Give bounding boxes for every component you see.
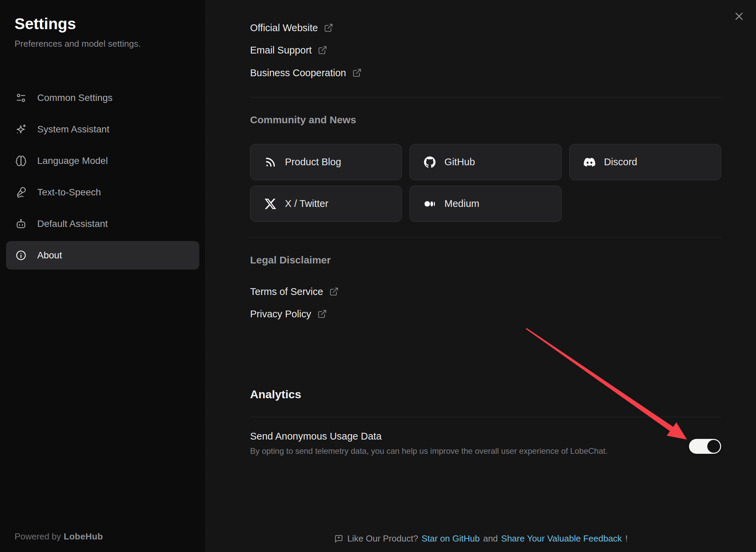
sidebar-item-label: Language Model [37, 155, 108, 166]
discord-icon [584, 156, 595, 168]
send-usage-data-toggle[interactable] [689, 439, 721, 454]
footer-text: and [483, 533, 498, 544]
button-label: Product Blog [285, 156, 341, 168]
external-link-icon [318, 45, 327, 55]
button-label: GitHub [444, 156, 475, 168]
terms-of-service-link[interactable]: Terms of Service [250, 284, 721, 299]
toggle-knob [707, 440, 720, 453]
official-website-link[interactable]: Official Website [250, 20, 721, 35]
footer-text: Like Our Product? [347, 533, 418, 544]
community-buttons: Product Blog GitHub Discord X / Twitter … [250, 144, 721, 222]
star-on-github-link[interactable]: Star on GitHub [422, 533, 480, 544]
message-square-icon [334, 534, 343, 543]
sidebar-item-label: About [37, 250, 62, 261]
sliders-icon [15, 92, 27, 104]
send-usage-data-setting: Send Anonymous Usage Data By opting to s… [250, 429, 721, 457]
discord-button[interactable]: Discord [569, 144, 721, 180]
analytics-heading: Analytics [250, 386, 721, 402]
sidebar-item-about[interactable]: About [6, 241, 199, 270]
setting-description: By opting to send telemetry data, you ca… [250, 446, 721, 457]
contact-us-heading: Contact Us [250, 0, 721, 3]
github-icon [424, 156, 436, 168]
sidebar-item-text-to-speech[interactable]: Text-to-Speech [6, 178, 199, 207]
external-link-icon [329, 287, 339, 296]
page-subtitle: Preferences and model settings. [15, 38, 199, 50]
button-label: X / Twitter [285, 198, 328, 209]
share-feedback-link[interactable]: Share Your Valuable Feedback [501, 533, 622, 544]
privacy-policy-link[interactable]: Privacy Policy [250, 306, 721, 321]
button-label: Medium [444, 198, 479, 209]
medium-icon [424, 198, 436, 210]
brain-icon [15, 155, 27, 167]
settings-sidebar: Settings Preferences and model settings.… [0, 0, 206, 552]
sparkles-icon [15, 124, 27, 135]
product-footer: Like Our Product? Star on GitHub and Sha… [206, 533, 756, 544]
rss-icon [265, 156, 276, 168]
lobehub-brand: LobeHub [64, 531, 103, 542]
divider [250, 237, 721, 237]
button-label: Discord [604, 156, 637, 168]
sidebar-item-label: Default Assistant [37, 218, 108, 229]
page-title: Settings [15, 15, 199, 33]
sidebar-item-default-assistant[interactable]: Default Assistant [6, 210, 199, 238]
community-heading: Community and News [250, 113, 721, 127]
link-label: Official Website [250, 22, 318, 34]
product-blog-button[interactable]: Product Blog [250, 144, 402, 180]
email-support-link[interactable]: Email Support [250, 43, 721, 58]
sidebar-item-language-model[interactable]: Language Model [6, 147, 199, 175]
x-logo-icon [265, 198, 276, 210]
github-button[interactable]: GitHub [409, 144, 561, 180]
divider [250, 97, 721, 98]
sidebar-menu: Common Settings System Assistant Languag… [6, 84, 199, 270]
business-cooperation-link[interactable]: Business Cooperation [250, 65, 721, 80]
sidebar-item-system-assistant[interactable]: System Assistant [6, 115, 199, 144]
divider [250, 417, 721, 417]
sidebar-item-label: Text-to-Speech [37, 187, 101, 198]
sidebar-item-label: Common Settings [37, 92, 113, 103]
close-icon[interactable] [732, 9, 747, 24]
sidebar-item-label: System Assistant [37, 124, 109, 135]
external-link-icon [324, 23, 333, 33]
powered-by-text: Powered by [15, 531, 61, 542]
external-link-icon [317, 309, 327, 319]
x-twitter-button[interactable]: X / Twitter [250, 186, 402, 222]
setting-title: Send Anonymous Usage Data [250, 429, 721, 443]
about-settings-panel: Contact Us Official Website Email Suppor… [206, 0, 756, 552]
legal-heading: Legal Disclaimer [250, 253, 721, 267]
powered-by: Powered byLobeHub [15, 531, 103, 542]
medium-button[interactable]: Medium [409, 186, 561, 222]
bot-icon [15, 218, 27, 230]
mic-icon [15, 187, 27, 198]
info-icon [15, 250, 27, 261]
link-label: Terms of Service [250, 286, 323, 297]
sidebar-item-common-settings[interactable]: Common Settings [6, 84, 199, 112]
external-link-icon [352, 68, 362, 78]
link-label: Privacy Policy [250, 309, 311, 320]
link-label: Business Cooperation [250, 67, 346, 79]
empty-grid-cell [569, 186, 721, 222]
link-label: Email Support [250, 45, 312, 56]
footer-text: ! [625, 533, 628, 544]
